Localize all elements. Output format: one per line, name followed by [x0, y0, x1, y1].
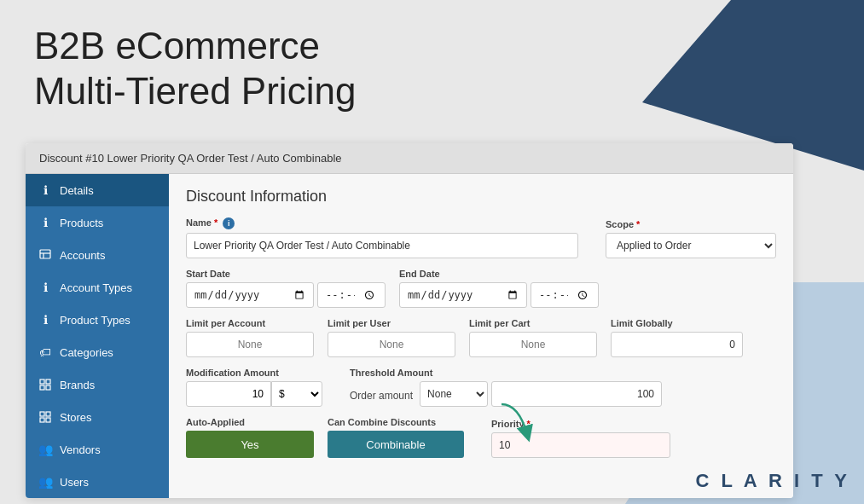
scope-label: Scope *: [606, 219, 776, 229]
start-time-input[interactable]: [317, 282, 386, 308]
limit-account-label: Limit per Account: [186, 318, 314, 328]
clarity-logo: C L A R I T Y: [695, 470, 850, 492]
sidebar-item-product-types[interactable]: ℹ Product Types: [26, 304, 169, 336]
form-group-auto-applied: Auto-Applied Yes: [186, 417, 314, 458]
form-group-limit-cart: Limit per Cart: [469, 318, 597, 357]
sidebar-item-label-products: Products: [60, 217, 103, 229]
form-group-end-date: End Date: [399, 269, 599, 308]
svg-rect-6: [46, 385, 50, 390]
start-date-input[interactable]: [186, 282, 314, 308]
sidebar-item-users[interactable]: 👥 Users: [26, 466, 169, 498]
vendors-icon: 👥: [38, 442, 53, 457]
sidebar-item-label-account-types: Account Types: [60, 281, 132, 294]
arrow-decoration: [476, 400, 544, 451]
form-group-combine: Can Combine Discounts Combinable: [328, 417, 464, 458]
modification-type-select[interactable]: $ %: [271, 381, 322, 407]
end-date-label: End Date: [399, 269, 599, 279]
svg-rect-3: [40, 379, 44, 384]
scope-select[interactable]: Applied to Order Applied to Line Item: [606, 233, 776, 258]
content-title: Discount Information: [186, 188, 776, 206]
sidebar-item-accounts[interactable]: Accounts: [26, 239, 169, 271]
sidebar-item-label-users: Users: [60, 476, 89, 489]
sidebar-item-vendors[interactable]: 👥 Vendors: [26, 433, 169, 466]
form-group-start-date: Start Date: [186, 269, 386, 308]
info-icon: ℹ: [38, 182, 53, 198]
sidebar-item-label-accounts: Accounts: [60, 249, 105, 262]
sidebar-item-label-categories: Categories: [60, 346, 113, 359]
sidebar-item-brands[interactable]: Brands: [26, 368, 169, 401]
sidebar-item-label-details: Details: [60, 184, 94, 197]
hero-line2: Multi-Tiered Pricing: [34, 70, 356, 112]
modification-value-input[interactable]: [186, 381, 271, 407]
name-label: Name * i: [186, 217, 578, 229]
form-row-auto-combine-priority: Auto-Applied Yes Can Combine Discounts C…: [186, 417, 776, 458]
svg-rect-8: [46, 412, 50, 416]
auto-applied-button[interactable]: Yes: [186, 431, 314, 458]
form-group-name: Name * i: [186, 217, 578, 258]
stores-icon: [38, 409, 53, 425]
end-date-input[interactable]: [399, 282, 527, 308]
svg-rect-0: [40, 250, 50, 258]
svg-rect-9: [40, 418, 44, 422]
sidebar-item-account-types[interactable]: ℹ Account Types: [26, 271, 169, 304]
account-types-icon: ℹ: [38, 280, 53, 295]
threshold-sublabel: Order amount: [350, 390, 413, 402]
auto-applied-label: Auto-Applied: [186, 417, 314, 427]
sidebar-item-label-product-types: Product Types: [60, 314, 130, 327]
product-types-icon: ℹ: [38, 312, 53, 327]
name-required: *: [214, 217, 217, 228]
limit-user-label: Limit per User: [328, 318, 455, 328]
products-icon: ℹ: [38, 215, 53, 230]
form-row-dates: Start Date End Date: [186, 269, 776, 308]
form-row-name-scope: Name * i Scope * Applied to Order Applie…: [186, 217, 776, 258]
threshold-label: Threshold Amount: [350, 368, 662, 378]
form-row-limits: Limit per Account Limit per User Limit p…: [186, 318, 776, 357]
form-group-limit-global: Limit Globally: [611, 318, 743, 357]
modification-input-group: $ %: [186, 381, 322, 407]
form-group-limit-user: Limit per User: [328, 318, 455, 357]
sidebar-item-categories[interactable]: 🏷 Categories: [26, 336, 169, 368]
card-body: ℹ Details ℹ Products Accounts ℹ Account …: [26, 174, 793, 498]
accounts-icon: [38, 247, 53, 263]
svg-rect-5: [40, 385, 44, 390]
sidebar-item-label-vendors: Vendors: [60, 443, 101, 456]
form-group-modification: Modification Amount $ %: [186, 368, 322, 407]
combine-button[interactable]: Combinable: [328, 431, 464, 458]
sidebar-item-label-stores: Stores: [60, 411, 92, 424]
svg-rect-10: [46, 418, 50, 422]
users-icon: 👥: [38, 474, 53, 490]
form-group-limit-account: Limit per Account: [186, 318, 314, 357]
limit-cart-label: Limit per Cart: [469, 318, 597, 328]
hero-line1: B2B eCommerce: [34, 25, 320, 67]
sidebar-item-products[interactable]: ℹ Products: [26, 206, 169, 239]
limit-account-input[interactable]: [186, 332, 314, 357]
main-card: Discount #10 Lower Priority QA Order Tes…: [26, 143, 793, 498]
sidebar-item-label-brands: Brands: [60, 379, 95, 391]
scope-required: *: [636, 219, 640, 229]
limit-global-input[interactable]: [611, 332, 743, 357]
categories-icon: 🏷: [38, 345, 53, 360]
end-date-time-group: [399, 282, 599, 308]
name-input[interactable]: [186, 233, 578, 258]
start-date-label: Start Date: [186, 269, 386, 279]
start-date-time-group: [186, 282, 386, 308]
sidebar-item-stores[interactable]: Stores: [26, 401, 169, 433]
sidebar-item-details[interactable]: ℹ Details: [26, 174, 169, 206]
card-header-text: Discount #10 Lower Priority QA Order Tes…: [39, 152, 342, 165]
svg-rect-7: [40, 412, 44, 416]
brands-icon: [38, 377, 53, 392]
limit-global-label: Limit Globally: [611, 318, 743, 328]
limit-user-input[interactable]: [328, 332, 455, 357]
hero-section: B2B eCommerce Multi-Tiered Pricing: [34, 24, 356, 114]
limit-cart-input[interactable]: [469, 332, 597, 357]
sidebar: ℹ Details ℹ Products Accounts ℹ Account …: [26, 174, 169, 498]
form-group-scope: Scope * Applied to Order Applied to Line…: [606, 219, 776, 258]
combine-label: Can Combine Discounts: [328, 417, 464, 427]
svg-rect-4: [46, 379, 50, 384]
content-area: Discount Information Name * i Scope *: [169, 174, 793, 498]
name-info-icon[interactable]: i: [223, 217, 235, 229]
card-header: Discount #10 Lower Priority QA Order Tes…: [26, 143, 793, 174]
modification-label: Modification Amount: [186, 368, 322, 378]
end-time-input[interactable]: [531, 282, 599, 308]
